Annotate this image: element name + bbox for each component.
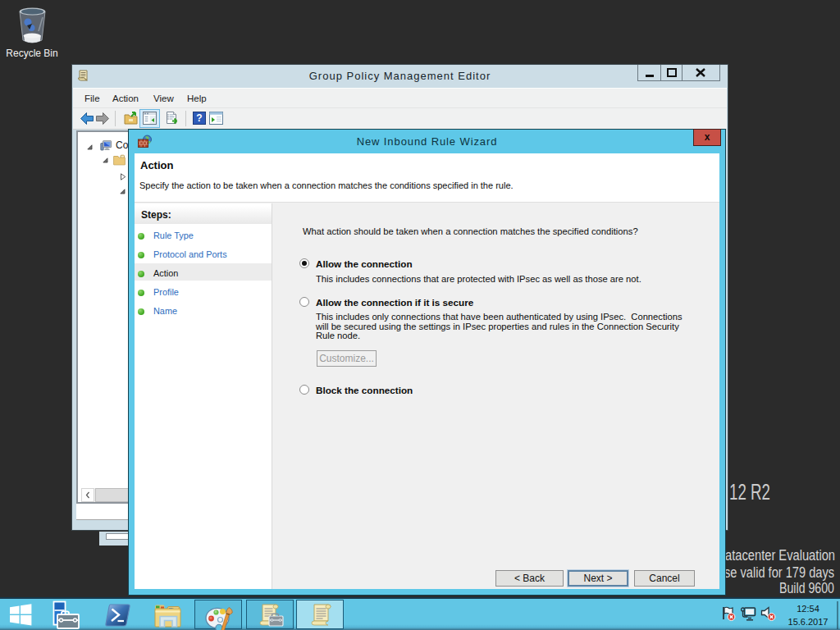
- svg-text:12 R2: 12 R2: [729, 479, 770, 504]
- svg-text:Build 9600: Build 9600: [779, 580, 834, 596]
- svg-text:se valid for 179 days: se valid for 179 days: [724, 564, 834, 581]
- svg-text:?: ?: [196, 112, 202, 124]
- svg-text:atacenter Evaluation: atacenter Evaluation: [725, 547, 835, 564]
